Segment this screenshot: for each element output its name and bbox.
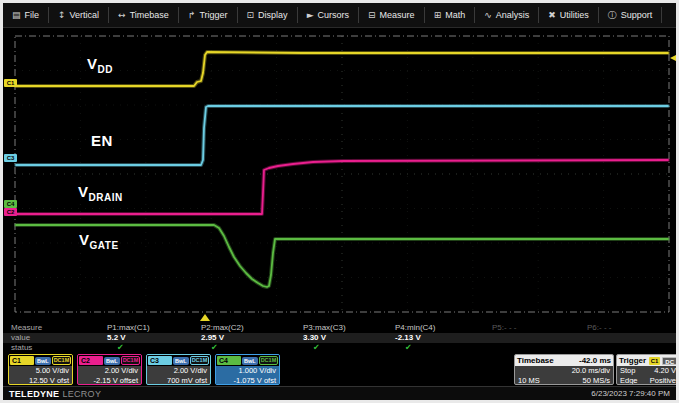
menu-vertical[interactable]: ↕Vertical bbox=[49, 7, 109, 23]
measure-p1-header[interactable]: P1:max(C1) bbox=[107, 323, 150, 332]
value-row-label: value bbox=[11, 333, 30, 342]
measure-p6-header[interactable]: P6:- - - bbox=[587, 323, 611, 332]
p2-status-check: ✔ bbox=[211, 343, 218, 352]
vertical-icon: ↕ bbox=[58, 10, 66, 20]
c2-vdiv: 2.00 V/div bbox=[78, 366, 141, 376]
measure-p3-header[interactable]: P3:max(C3) bbox=[303, 323, 346, 332]
datetime: 6/23/2023 7:29:40 PM bbox=[591, 389, 670, 398]
menu-timebase[interactable]: ↔Timebase bbox=[109, 7, 179, 23]
measure-p4-header[interactable]: P4:min(C4) bbox=[395, 323, 435, 332]
label-vdd: VDD bbox=[87, 55, 113, 75]
trigger-label: Trigger bbox=[619, 356, 646, 365]
channel-marker-c3[interactable]: C3 bbox=[4, 154, 17, 162]
brand-teledyne: TELEDYNE bbox=[9, 389, 59, 399]
measure-p5-header[interactable]: P5:- - - bbox=[492, 323, 516, 332]
support-icon: ⓘ bbox=[608, 9, 617, 22]
trigger-box[interactable]: Trigger C1 DC Stop4.20 V EdgePositive bbox=[616, 354, 679, 385]
timebase-label: Timebase bbox=[517, 356, 554, 365]
trace-c3-en bbox=[16, 106, 668, 165]
channel-marker-c1[interactable]: C1 bbox=[4, 79, 17, 87]
measure-p3-value: 3.30 V bbox=[303, 333, 326, 342]
channel-box-c4[interactable]: C4 BwLDC1M 1.000 V/div -1.075 V ofst bbox=[215, 354, 280, 385]
trigger-position-marker[interactable] bbox=[200, 314, 210, 321]
menu-timebase-label: Timebase bbox=[130, 10, 169, 20]
c4-vdiv: 1.000 V/div bbox=[216, 366, 279, 376]
measure-p4-value: -2.13 V bbox=[395, 333, 421, 342]
timebase-box[interactable]: Timebase-42.0 ms 20.0 ms/div 10 MS50 MS/… bbox=[514, 354, 614, 385]
measure-icon: ⊟ bbox=[368, 10, 376, 20]
file-icon: ▤ bbox=[12, 10, 21, 20]
timebase-delay: -42.0 ms bbox=[579, 356, 611, 365]
trigger-level: 4.20 V bbox=[654, 366, 676, 376]
menu-bar: ▤File ↕Vertical ↔Timebase ↱Trigger ⊡Disp… bbox=[3, 3, 676, 28]
c3-vdiv: 2.00 V/div bbox=[147, 366, 210, 376]
p3-status-check: ✔ bbox=[313, 343, 320, 352]
menu-cursors-label: Cursors bbox=[318, 10, 350, 20]
c4-bwl-badge: BwL bbox=[242, 357, 258, 365]
c2-bwl-badge: BwL bbox=[104, 357, 120, 365]
measure-row-label: Measure bbox=[11, 323, 42, 332]
c4-offset: -1.075 V ofst bbox=[216, 376, 279, 385]
measure-header-row: Measure P1:max(C1) P2:max(C2) P3:max(C3)… bbox=[3, 323, 676, 333]
c3-id: C3 bbox=[148, 356, 172, 365]
menu-support[interactable]: ⓘSupport bbox=[599, 7, 663, 23]
c1-id: C1 bbox=[10, 356, 34, 365]
c4-id: C4 bbox=[217, 356, 241, 365]
status-bar: TELEDYNE LECROY 6/23/2023 7:29:40 PM bbox=[3, 386, 676, 400]
descriptor-row: C1 BwLDC1M 5.00 V/div 12.50 V ofst C2 Bw… bbox=[3, 354, 676, 385]
channel-box-c3[interactable]: C3 BwLDC1M 2.00 V/div 700 mV ofst bbox=[146, 354, 211, 385]
trigger-type: Edge bbox=[620, 376, 638, 385]
menu-file[interactable]: ▤File bbox=[3, 7, 49, 23]
trigger-mode: Stop bbox=[620, 366, 635, 376]
display-icon: ⊡ bbox=[247, 10, 255, 20]
trigger-level-marker[interactable] bbox=[670, 54, 678, 62]
menu-analysis[interactable]: ∿Analysis bbox=[475, 7, 539, 23]
menu-trigger[interactable]: ↱Trigger bbox=[179, 7, 238, 23]
measure-p2-header[interactable]: P2:max(C2) bbox=[201, 323, 244, 332]
c1-bwl-badge: BwL bbox=[35, 357, 51, 365]
c1-offset: 12.50 V ofst bbox=[9, 376, 72, 385]
timebase-scale: 20.0 ms/div bbox=[572, 366, 610, 376]
c4-coupling-badge: DC1M bbox=[259, 356, 279, 365]
timebase-samples: 10 MS bbox=[518, 376, 540, 385]
menu-utilities-label: Utilities bbox=[560, 10, 589, 20]
c2-offset: -2.15 V offset bbox=[78, 376, 141, 385]
menu-file-label: File bbox=[25, 10, 40, 20]
menu-support-label: Support bbox=[621, 10, 653, 20]
c1-coupling-badge: DC1M bbox=[52, 356, 72, 365]
channel-marker-c4[interactable]: C4 bbox=[4, 200, 17, 208]
menu-vertical-label: Vertical bbox=[70, 10, 100, 20]
channel-marker-c2[interactable]: C2 bbox=[4, 208, 17, 216]
menu-display[interactable]: ⊡Display bbox=[238, 7, 298, 23]
menu-measure[interactable]: ⊟Measure bbox=[359, 7, 425, 23]
utilities-icon: ✖ bbox=[548, 10, 556, 20]
c2-id: C2 bbox=[79, 356, 103, 365]
trigger-icon: ↱ bbox=[188, 10, 196, 20]
p1-status-check: ✔ bbox=[117, 343, 124, 352]
menu-math[interactable]: ⊞Math bbox=[425, 7, 476, 23]
measure-p2-value: 2.95 V bbox=[201, 333, 224, 342]
timebase-rate: 50 MS/s bbox=[582, 376, 610, 385]
trace-c1-vdd bbox=[16, 52, 668, 86]
menu-cursors[interactable]: ►Cursors bbox=[298, 7, 359, 23]
measure-p1-value: 5.2 V bbox=[107, 333, 126, 342]
timebase-icon: ↔ bbox=[118, 10, 126, 20]
measure-value-row: value 5.2 V 2.95 V 3.30 V -2.13 V bbox=[3, 333, 676, 343]
trigger-coupling-badge: DC bbox=[662, 357, 677, 365]
status-row-label: status bbox=[11, 343, 32, 352]
math-icon: ⊞ bbox=[434, 10, 442, 20]
label-en: EN bbox=[91, 132, 113, 152]
c3-bwl-badge: BwL bbox=[173, 357, 189, 365]
c1-vdiv: 5.00 V/div bbox=[9, 366, 72, 376]
channel-box-c2[interactable]: C2 BwLDC1M 2.00 V/div -2.15 V offset bbox=[77, 354, 142, 385]
trigger-source-badge: C1 bbox=[649, 357, 661, 365]
measure-table: Measure P1:max(C1) P2:max(C2) P3:max(C3)… bbox=[3, 323, 676, 354]
label-vgate: VGATE bbox=[79, 231, 119, 251]
p4-status-check: ✔ bbox=[405, 343, 412, 352]
oscilloscope-screen: ▤File ↕Vertical ↔Timebase ↱Trigger ⊡Disp… bbox=[0, 0, 679, 403]
trace-c1-vdd bbox=[16, 52, 668, 86]
trace-c3-en bbox=[16, 106, 668, 165]
channel-box-c1[interactable]: C1 BwLDC1M 5.00 V/div 12.50 V ofst bbox=[8, 354, 73, 385]
menu-utilities[interactable]: ✖Utilities bbox=[539, 7, 599, 23]
trigger-slope: Positive bbox=[650, 376, 676, 385]
